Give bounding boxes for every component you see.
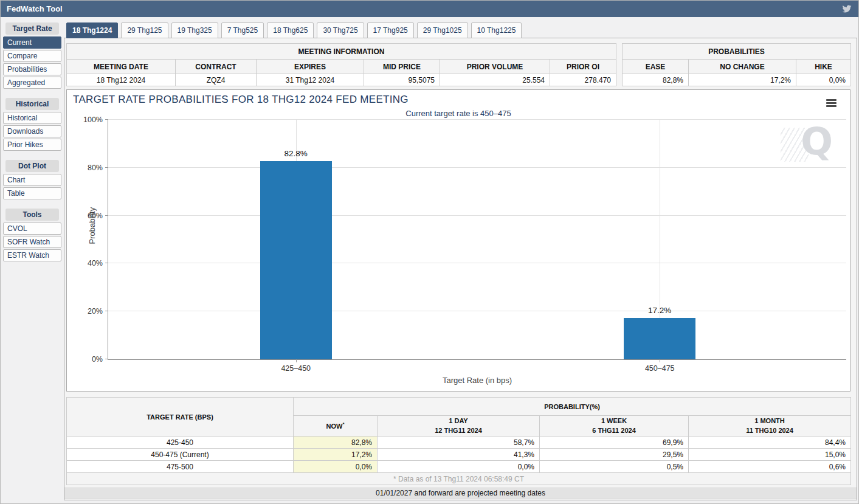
probability-table: TARGET RATE (BPS) PROBABILITY(%) NOW* 1 …	[66, 397, 850, 485]
sidebar-section-historical: Historical	[5, 98, 59, 110]
sidebar-section-dot-plot: Dot Plot	[5, 160, 59, 172]
sidebar-item-aggregated[interactable]: Aggregated	[3, 77, 61, 89]
sidebar-item-downloads[interactable]: Downloads	[3, 125, 61, 137]
sidebar-item-historical[interactable]: Historical	[3, 112, 61, 124]
meeting-info-title: MEETING INFORMATION	[67, 44, 616, 60]
sidebar-item-cvol[interactable]: CVOL	[3, 223, 61, 235]
expires-value: 31 Thg12 2024	[257, 74, 364, 86]
probabilities-summary-table: PROBABILITIES EASE NO CHANGE HIKE 82,8% …	[622, 43, 850, 86]
bar-450-475[interactable]	[624, 318, 695, 359]
col-mid-price: MID PRICE	[364, 60, 440, 74]
prior-volume-value: 25.554	[440, 74, 550, 86]
sidebar-item-estr-watch[interactable]: ESTR Watch	[3, 249, 61, 261]
tab-meeting-sep-2025[interactable]: 17 Thg925	[367, 22, 414, 38]
xcat-425-450: 425–450	[281, 364, 311, 373]
sidebar-item-sofr-watch[interactable]: SOFR Watch	[3, 236, 61, 248]
sidebar-item-compare[interactable]: Compare	[3, 50, 61, 62]
hike-value: 0,0%	[796, 74, 851, 86]
app-header: FedWatch Tool	[1, 1, 858, 17]
rate-425-450: 425-450	[67, 437, 294, 449]
month-475-500: 0,6%	[689, 461, 851, 473]
chart-panel: TARGET RATE PROBABILITIES FOR 18 THG12 2…	[66, 89, 850, 392]
week-425-450: 69,9%	[540, 437, 689, 449]
now-475-500: 0,0%	[294, 461, 378, 473]
now-425-450: 82,8%	[294, 437, 378, 449]
fedwatch-page: { "header": { "title": "FedWatch Tool" }…	[0, 0, 859, 504]
bar-group-425-450: 82.8%	[260, 120, 332, 359]
bar-425-450[interactable]	[260, 161, 332, 359]
table-row: 425-450 82,8% 58,7% 69,9% 84,4%	[67, 437, 851, 449]
col-1-day: 1 DAY12 THG11 2024	[378, 416, 540, 437]
sidebar-item-probabilities[interactable]: Probabilities	[3, 63, 61, 75]
no-change-value: 17,2%	[689, 74, 796, 86]
ytick-40: 40%	[77, 259, 103, 268]
bar-group-450-475: 17.2%	[624, 120, 695, 359]
tab-meeting-oct-2025[interactable]: 29 Thg1025	[417, 22, 468, 38]
col-now: NOW*	[294, 416, 378, 437]
meeting-tabs: 18 Thg1224 29 Thg125 19 Thg325 7 Thg525 …	[66, 22, 525, 38]
x-axis-title: Target Rate (in bps)	[108, 376, 846, 385]
col-expires: EXPIRES	[257, 60, 364, 74]
projected-dates-note: 01/01/2027 and forward are projected mee…	[64, 488, 857, 499]
tab-meeting-jun-2025[interactable]: 18 Thg625	[267, 22, 314, 38]
chart-menu-icon[interactable]	[826, 99, 837, 107]
bar-value-label: 17.2%	[648, 306, 671, 315]
month-425-450: 84,4%	[689, 437, 851, 449]
rate-450-475: 450-475 (Current)	[67, 449, 294, 461]
sidebar-item-chart[interactable]: Chart	[3, 174, 61, 186]
sidebar-item-prior-hikes[interactable]: Prior Hikes	[3, 139, 61, 151]
col-meeting-date: MEETING DATE	[67, 60, 176, 74]
table-row: 475-500 0,0% 0,0% 0,5% 0,6%	[67, 461, 851, 473]
week-450-475: 29,5%	[540, 449, 689, 461]
month-450-475: 15,0%	[689, 449, 851, 461]
day-425-450: 58,7%	[378, 437, 540, 449]
xcat-450-475: 450–475	[645, 364, 675, 373]
ytick-20: 20%	[77, 307, 103, 316]
day-450-475: 41,3%	[378, 449, 540, 461]
chart-plot: 0% 20% 40% 60% 80% 100% 82.8% 17.2% 425–…	[108, 120, 846, 360]
prior-oi-value: 278.470	[550, 74, 616, 86]
ytick-80: 80%	[77, 164, 103, 172]
week-475-500: 0,5%	[540, 461, 689, 473]
tab-meeting-jan-2025[interactable]: 29 Thg125	[121, 22, 168, 38]
col-prior-volume: PRIOR VOLUME	[440, 60, 550, 74]
col-no-change: NO CHANGE	[689, 60, 796, 74]
chart-subtitle: Current target rate is 450–475	[67, 109, 850, 118]
col-1-week: 1 WEEK6 THG11 2024	[540, 416, 689, 437]
col-1-month: 1 MONTH11 THG10 2024	[689, 416, 851, 437]
sidebar: Target Rate Current Compare Probabilitie…	[3, 22, 61, 263]
probability-group-header: PROBABILITY(%)	[294, 398, 851, 416]
day-475-500: 0,0%	[378, 461, 540, 473]
tab-meeting-may-2025[interactable]: 7 Thg525	[221, 22, 264, 38]
bar-value-label: 82.8%	[285, 149, 308, 158]
app-title: FedWatch Tool	[7, 4, 63, 13]
meeting-information-table: MEETING INFORMATION MEETING DATE CONTRAC…	[66, 43, 616, 86]
sidebar-section-tools: Tools	[5, 209, 59, 221]
meeting-date-value: 18 Thg12 2024	[67, 74, 176, 86]
tab-meeting-dec-2025[interactable]: 10 Thg1225	[471, 22, 522, 38]
twitter-icon[interactable]	[841, 4, 852, 13]
col-hike: HIKE	[796, 60, 851, 74]
sidebar-item-current[interactable]: Current	[3, 36, 61, 49]
y-axis-title: Probability	[88, 207, 97, 244]
tab-meeting-jul-2025[interactable]: 30 Thg725	[317, 22, 364, 38]
col-prior-oi: PRIOR OI	[550, 60, 616, 74]
target-rate-header: TARGET RATE (BPS)	[67, 398, 294, 437]
ytick-100: 100%	[77, 116, 103, 124]
table-row: 450-475 (Current) 17,2% 41,3% 29,5% 15,0…	[67, 449, 851, 461]
contract-value: ZQZ4	[176, 74, 257, 86]
tab-meeting-dec-2024[interactable]: 18 Thg1224	[66, 22, 118, 38]
col-ease: EASE	[623, 60, 689, 74]
sidebar-item-table[interactable]: Table	[3, 187, 61, 199]
col-contract: CONTRACT	[176, 60, 257, 74]
probabilities-title: PROBABILITIES	[623, 44, 851, 60]
now-450-475: 17,2%	[294, 449, 378, 461]
ease-value: 82,8%	[623, 74, 689, 86]
data-as-of-footnote: * Data as of 13 Thg11 2024 06:58:49 CT	[67, 473, 851, 485]
rate-475-500: 475-500	[67, 461, 294, 473]
chart-title: TARGET RATE PROBABILITIES FOR 18 THG12 2…	[73, 94, 409, 106]
sidebar-section-target-rate: Target Rate	[5, 22, 59, 35]
mid-price-value: 95,5075	[364, 74, 440, 86]
ytick-0: 0%	[77, 355, 103, 364]
tab-meeting-mar-2025[interactable]: 19 Thg325	[171, 22, 218, 38]
